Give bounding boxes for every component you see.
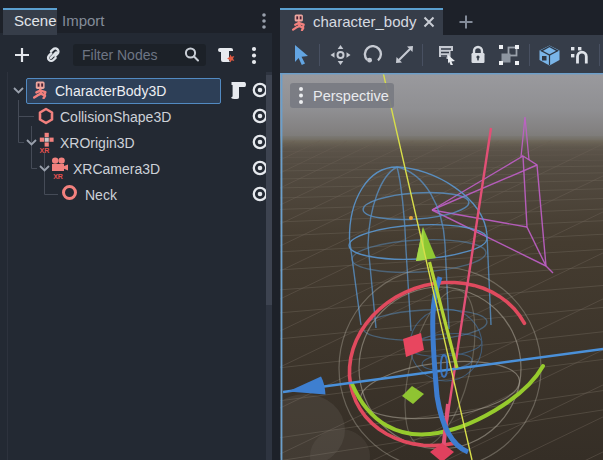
svg-text:XR: XR <box>53 173 63 180</box>
svg-text:Perspective: Perspective <box>313 88 389 104</box>
svg-text:XR: XR <box>40 147 50 154</box>
